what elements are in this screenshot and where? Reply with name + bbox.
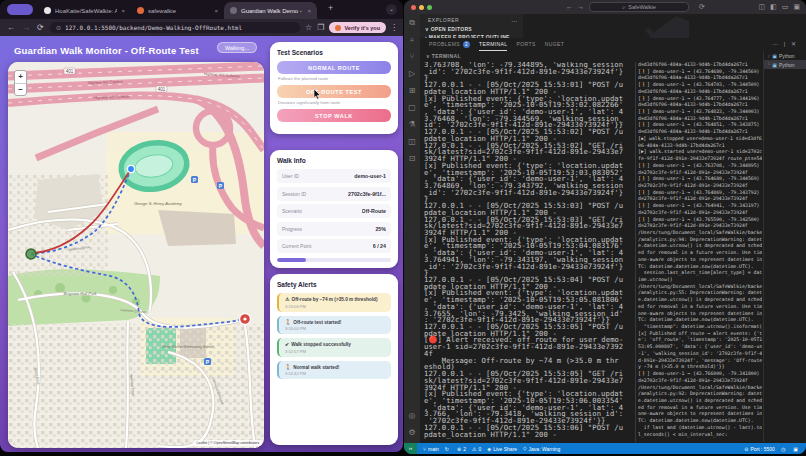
zoom-in-button[interactable]: + [15,71,26,84]
status-item[interactable]: ◷ [781,446,787,452]
verify-profile-button[interactable]: Verify it's you [329,22,386,33]
browser-tab[interactable]: HoaKatie/SafeWalkie: A safe... × [38,2,131,19]
close-window-icon[interactable] [411,5,416,10]
alert-text: Off-route by ~74 m (>35.0 m threshold) [291,297,377,302]
status-item[interactable]: ◈ Live Share [487,445,517,452]
layout-toggle-icon[interactable]: ▣ [793,3,800,11]
tab-close-icon[interactable]: × [214,8,218,14]
panel-tab[interactable]: PROBLEMS 2 [429,38,470,51]
files-icon[interactable]: ⧉ [404,14,420,31]
panel-tab[interactable]: PORTS [516,38,535,51]
panel-tab[interactable]: NUGET [545,38,565,51]
remote-indicator[interactable]: ›‹ [404,443,417,454]
forward-icon[interactable]: → [22,23,30,32]
alert-text: Walk stopped successfully [291,342,351,347]
info-value: 25% [375,226,386,232]
terminal-list-item[interactable]: ┌ ▣ Python [764,51,806,60]
map-zoom-control: + − [14,70,27,96]
status-item-icon: ⑂ [423,446,426,452]
alert-time: 3:53:00 PM [285,326,386,331]
explorer-sidebar: EXPLORER ⋯ ∨ OPEN EDITORS › MAKEFILE PRO… [420,14,523,38]
open-editors-section[interactable]: ∨ OPEN EDITORS [420,23,523,32]
status-item[interactable]: ⊗ 2 [457,445,466,452]
status-item[interactable]: ⚠ 0 [472,445,481,452]
tab-title: safewalkie [148,8,210,14]
tab-title: HoaKatie/SafeWalkie: A safe... [55,8,117,14]
tab-groups-icon[interactable]: ❐ [317,23,324,32]
alert-time: 3:52:57 PM [285,349,386,354]
reload-window-icon[interactable]: ⟳ [699,3,705,11]
status-item-icon: ⬦ [523,445,527,452]
site-info-icon[interactable]: ⊙ [56,24,61,31]
alert-item: ⚠Off-route by ~74 m (>35.0 m threshold) … [277,293,391,312]
reload-icon[interactable]: ⟳ [37,23,44,32]
layout-toggle-icon[interactable]: ▭ [782,3,789,11]
info-label: Current Point [282,243,311,249]
search-icon: ⌕ [622,4,625,11]
browser-tab[interactable]: safewalkie × [131,2,224,19]
remote-explorer-icon[interactable]: ▢ [404,99,420,116]
settings-gear-icon[interactable]: ⚙ [404,424,420,441]
current-position-marker[interactable] [127,165,134,172]
new-tab-button[interactable]: + [328,3,333,13]
safety-alerts-card: Safety Alerts ⚠Off-route by ~74 m (>35.0… [270,274,398,445]
svg-text:Rene Gordon Elementary School: Rene Gordon Elementary School [162,345,214,349]
window-controls-pill[interactable] [7,4,33,15]
scenario-button[interactable]: OFF-ROUTE TEST [277,85,391,98]
history-back-icon[interactable]: ← [566,3,573,10]
command-search-box[interactable]: ⌕ SafeWalkie [589,2,689,12]
status-item[interactable]: ⬦ Java: Warning [523,445,560,452]
browser-menu-icon[interactable]: ⋮ [390,23,398,32]
map-attribution[interactable]: Leaflet | © OpenStreetMap contributors [193,440,262,446]
panel-tab[interactable]: TERMINAL [479,38,507,51]
alert-text: Normal walk started! [293,365,339,370]
browser-tab[interactable]: Guardian Walk Demo - Off-... × [224,2,317,19]
terminal-split-divider[interactable] [635,62,636,442]
info-value: 2702c3fe-9f1f... [348,191,386,197]
terminal-pane-events[interactable]: d=d3df6f06-484a-4133-9d4b-17bd4da267c1 [… [638,62,762,442]
panel-actions[interactable]: ⋯ | ✕ [772,40,798,47]
run-debug-icon[interactable]: ▷ [404,65,420,82]
search-icon[interactable]: ⌕ [404,31,420,48]
terminal-list-item[interactable]: └ ▣ Python [764,60,806,69]
tab-close-icon[interactable]: × [307,8,311,14]
status-item-icon: ⊗ [457,446,461,452]
panel-tab-bar: PROBLEMS 2 TERMINAL PORTS NUGET [420,38,806,51]
address-bar[interactable]: ⊙ 127.0.0.1:5500/backend/Demo-Walking-Of… [50,22,300,33]
terminal-section-header[interactable]: ∨ TERMINAL [426,53,461,59]
terminal-tabs-list: ┌ ▣ Python └ ▣ Python [763,51,806,442]
extensions-icon[interactable]: ⊞ [404,82,420,99]
scenario-button[interactable]: STOP WALK [277,109,391,122]
docker-icon[interactable]: ◫ [404,133,420,150]
layout-toggle-icon[interactable]: ◫ [759,3,766,11]
tab-close-icon[interactable]: × [121,8,125,14]
svg-text:Brayston Hall Park: Brayston Hall Park [63,291,97,296]
tab-favicon [137,7,144,14]
url-text[interactable]: 127.0.0.1:5500/backend/Demo-Walking-OffR… [65,24,242,31]
testing-icon[interactable]: ⚗ [404,116,420,133]
zoom-out-button[interactable]: − [15,84,26,96]
status-item[interactable]: ↻ [445,445,451,452]
status-item[interactable]: ⑂ main [423,445,439,452]
terminal-pane-server[interactable]: 3.763708, 'lon': -79.344895, 'walking_se… [424,62,635,442]
status-item[interactable]: ▣ [793,446,800,452]
explorer-more-icon[interactable]: ⋯ [511,17,517,24]
tab-search-chevron[interactable]: ⌄ [386,4,397,15]
source-control-icon[interactable]: ⑂ [404,48,420,65]
info-label: Progress [282,226,302,232]
browser-window: HoaKatie/SafeWalkie: A safe... × safewal… [0,0,403,452]
tab-favicon [44,7,51,14]
leaflet-map[interactable]: 401 401 [8,62,264,448]
layout-toggle-icon[interactable]: ◧ [770,3,777,11]
status-item[interactable]: ⊘ Port : 5500 [744,446,775,452]
start-marker[interactable] [26,249,36,259]
azure-icon[interactable]: ⊡ [404,150,420,167]
python-terminal-icon: ▣ [772,53,777,59]
account-icon[interactable]: ◎ [404,407,420,424]
maximize-window-icon[interactable] [427,5,432,10]
scenario-button[interactable]: NORMAL ROUTE [277,61,391,74]
history-forward-icon[interactable]: → [577,3,584,10]
bookmark-star-icon[interactable]: ☆ [305,23,312,32]
minimize-window-icon[interactable] [419,5,424,10]
back-icon[interactable]: ← [7,23,15,32]
